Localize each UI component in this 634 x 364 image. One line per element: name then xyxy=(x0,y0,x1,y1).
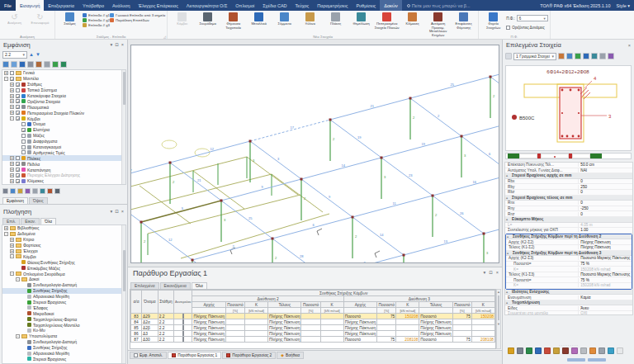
style-menu[interactable]: Style ▾ xyxy=(616,3,630,8)
tree-expander-icon[interactable]: + xyxy=(10,105,14,109)
table-scrollbar[interactable]: ▲▼ xyxy=(496,289,501,349)
properties-icon[interactable] xyxy=(508,347,514,354)
tree-item[interactable]: +Γενικά xyxy=(2,70,125,76)
ribbon-tab-λειτουργικότητα-ο-σ[interactable]: Λειτουργικότητα Ο/Σ xyxy=(182,0,232,11)
panel-menu-icon[interactable]: ▾ xyxy=(110,42,112,47)
ribbon-button[interactable]: Αυτόματη Προσομ. Μεταλλικών Κτηρίων xyxy=(425,12,451,37)
property-group[interactable]: ▴Στερεοί Βραχίονες τέλους σε mm xyxy=(505,196,632,201)
settings-display-icon[interactable] xyxy=(32,188,38,194)
property-row[interactable]: Αρχής (Κ2-Σ2)Πλήρης Πάκτωση xyxy=(506,239,632,245)
tree-item[interactable]: +Αδρανειακά Μεγέθη xyxy=(2,351,125,357)
collapse-icon[interactable]: ▴ xyxy=(507,251,509,255)
tree-item[interactable]: -Υποστυλώματα xyxy=(2,333,125,339)
tree-expander-icon[interactable]: - xyxy=(10,254,14,258)
status-tab-παράθυρο-εργασίας-2[interactable]: Παράθυρο Εργασίας 2 xyxy=(222,352,276,359)
tree-expander-icon[interactable]: - xyxy=(10,116,14,121)
ribbon-button[interactable]: Σκυρόδεμα xyxy=(195,12,220,26)
building-view-icon[interactable] xyxy=(44,61,50,68)
more-icon[interactable] xyxy=(617,347,623,354)
tree-expander-icon[interactable]: + xyxy=(10,88,14,92)
tree-checkbox[interactable] xyxy=(21,139,26,144)
ribbon-button[interactable]: Πεπερασμένα Στοιχεία Πλακών xyxy=(374,12,400,30)
tree-checkbox[interactable] xyxy=(16,179,20,183)
ribbon-tab-εισαγωγή[interactable]: Εισαγωγή xyxy=(16,0,44,11)
ribbon-button[interactable]: Θεμελίωση xyxy=(348,12,374,26)
tree-expander-icon[interactable]: + xyxy=(10,83,14,87)
panel-menu-icon[interactable]: ▾ xyxy=(110,209,112,214)
ribbon-tab-έλεγχος-επάρκειας[interactable]: Έλεγχος Επάρκειας xyxy=(135,0,182,11)
tree-item[interactable]: +Συνθήκες Στήριξης xyxy=(2,345,125,351)
tree-item[interactable]: +Στερεοί Βραχίονες xyxy=(2,300,125,305)
status-tab-παράθυρο-εργασίας-1[interactable]: Παράθυρο Εργασίας 1 xyxy=(168,352,221,359)
property-row[interactable]: Rbz0 xyxy=(505,190,632,196)
property-row[interactable]: Ποσοστό=75 % xyxy=(506,277,632,283)
column-header[interactable]: Ποσοστό xyxy=(452,302,471,308)
secondary-checkbox[interactable] xyxy=(182,337,184,343)
nav-tree-scrollbar[interactable] xyxy=(121,225,125,363)
tree-item[interactable]: +Κτίριο xyxy=(2,237,125,243)
tree-checkbox[interactable] xyxy=(16,99,20,103)
save-display-icon[interactable] xyxy=(10,188,16,194)
tag-display-icon[interactable] xyxy=(47,188,53,194)
status-tab-εμφ-αποτελ-[interactable]: Εμφ. Αποτελ. xyxy=(130,352,167,359)
ribbon-tab-παραμετρήσεις[interactable]: Παραμετρήσεις xyxy=(313,0,352,11)
tree-item[interactable]: +Πλασματικά xyxy=(2,104,125,110)
view-shaded-icon[interactable] xyxy=(11,61,17,68)
ribbon-button[interactable]: Στάθμες xyxy=(57,12,83,26)
tree-item[interactable]: -Δοκοί xyxy=(2,277,125,282)
ribbon-tab-σχέδια-cad[interactable]: Σχέδια CAD xyxy=(258,0,291,11)
pin-icon[interactable]: ⊡ xyxy=(115,42,119,47)
tree-checkbox[interactable] xyxy=(16,94,20,98)
tree-item[interactable]: +Μικροδοκοί xyxy=(2,310,125,316)
column-header[interactable]: Ποσοστό xyxy=(225,302,244,308)
property-row[interactable]: Rny-250 xyxy=(505,206,632,212)
tree-expander-icon[interactable]: + xyxy=(10,249,14,253)
tree-item[interactable]: -Κόμβοι xyxy=(2,253,125,259)
tree-item[interactable]: +Έλεγχοι xyxy=(2,248,125,254)
ribbon-button[interactable]: Κλίμακες xyxy=(400,12,425,26)
ribbon-small-button[interactable]: Γωνιακό Επίπεδο από 3 σημεία xyxy=(110,13,165,17)
collapse-icon[interactable]: ▴ xyxy=(506,196,508,200)
column-header[interactable]: α/α xyxy=(131,291,142,314)
grid-display-icon[interactable] xyxy=(54,188,60,194)
property-row[interactable]: Rnx0 xyxy=(505,201,632,206)
tree-item[interactable]: -Δεδομένα xyxy=(2,231,125,237)
tree-expander-icon[interactable]: - xyxy=(16,334,20,338)
property-row[interactable]: Επέκταση Πύκνωσης Τέλ...50.0 cm xyxy=(505,163,632,168)
tree-item[interactable]: +Συνδεσμολογία-Διατομή xyxy=(2,339,125,345)
copy-selection-icon[interactable] xyxy=(608,53,614,59)
tree-expander-icon[interactable]: - xyxy=(10,272,14,276)
tree-checkbox[interactable] xyxy=(16,162,20,166)
property-row[interactable]: Κ=150208 kN·m/rad xyxy=(506,267,632,272)
tree-checkbox[interactable] xyxy=(16,88,20,92)
tree-item[interactable]: +Θέσεις/Συνθήκες Στήριξης xyxy=(2,259,125,265)
ribbon-tab-τεύχος[interactable]: Τεύχος xyxy=(291,0,314,11)
level-down-button[interactable]: ▼ xyxy=(35,52,40,57)
refresh-view-icon[interactable] xyxy=(60,61,67,68)
panel-menu-icon[interactable]: ▾ xyxy=(483,270,485,275)
tree-expander-icon[interactable]: - xyxy=(16,277,20,281)
model-viewport[interactable]: 7121721252839141923262611162024481318222… xyxy=(130,45,499,263)
column-header[interactable]: Δευτερεύον xyxy=(174,291,192,314)
nav-tab-2[interactable]: Εικον. xyxy=(21,218,40,225)
tree-checkbox[interactable] xyxy=(21,128,26,132)
tree-checkbox[interactable] xyxy=(16,156,20,160)
pin-selection-icon[interactable] xyxy=(505,53,512,59)
tree-expander-icon[interactable]: + xyxy=(10,243,14,248)
secondary-checkbox[interactable] xyxy=(182,325,184,331)
tree-expander-icon[interactable]: + xyxy=(10,99,14,103)
ribbon-button[interactable]: Φέρουσα Τοιχοποιία xyxy=(220,12,246,30)
tree-expander-icon[interactable]: + xyxy=(10,173,14,177)
tree-item[interactable]: -Οπλισμένο Σκυρόδεμα xyxy=(2,271,125,277)
nav-tab-1[interactable]: Επιλ. xyxy=(2,218,20,225)
ribbon-tab-επεξεργασία[interactable]: Επεξεργασία xyxy=(44,0,78,11)
tree-checkbox[interactable] xyxy=(16,105,20,109)
tree-checkbox[interactable] xyxy=(10,77,14,81)
collapse-icon[interactable]: ▴ xyxy=(506,290,508,294)
column-header[interactable]: Αρχής xyxy=(343,302,376,308)
ribbon-tab-file[interactable]: File xyxy=(0,0,16,11)
tree-expander-icon[interactable]: + xyxy=(10,162,14,166)
close-icon[interactable]: × xyxy=(628,43,631,48)
pin-icon[interactable]: ⊡ xyxy=(115,209,119,214)
show-results-checkbox[interactable] xyxy=(134,353,138,357)
